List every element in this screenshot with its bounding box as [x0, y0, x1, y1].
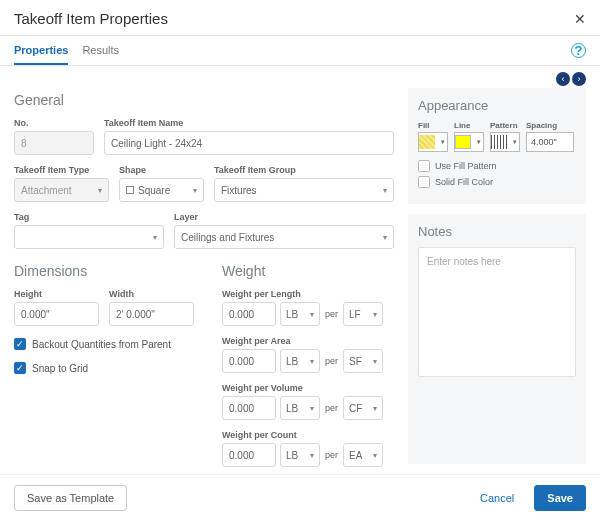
chevron-down-icon: ▾: [373, 310, 377, 319]
shape-select[interactable]: Square▾: [119, 178, 204, 202]
group-label: Takeoff Item Group: [214, 165, 394, 175]
prev-button[interactable]: ‹: [556, 72, 570, 86]
next-button[interactable]: ›: [572, 72, 586, 86]
wpc-unit[interactable]: LB▾: [280, 443, 320, 467]
snap-checkbox[interactable]: ✓ Snap to Grid: [14, 362, 194, 374]
right-column: Appearance Fill ▾ Line ▾ Pattern ▾: [408, 88, 586, 464]
tab-results[interactable]: Results: [82, 36, 119, 65]
chevron-down-icon: ▾: [513, 138, 517, 146]
name-label: Takeoff Item Name: [104, 118, 394, 128]
tabs: Properties Results: [14, 36, 119, 65]
cancel-button[interactable]: Cancel: [468, 485, 526, 511]
wpa-by[interactable]: SF▾: [343, 349, 383, 373]
backout-checkbox[interactable]: ✓ Backout Quantities from Parent: [14, 338, 194, 350]
wpa-value[interactable]: [222, 349, 276, 373]
check-icon: ✓: [14, 338, 26, 350]
fill-swatch[interactable]: ▾: [418, 132, 448, 152]
chevron-down-icon: ▾: [153, 233, 157, 242]
dialog: Takeoff Item Properties ✕ Properties Res…: [0, 0, 600, 523]
dialog-title: Takeoff Item Properties: [14, 10, 168, 27]
width-field[interactable]: [109, 302, 194, 326]
use-fill-pattern-checkbox[interactable]: Use Fill Pattern: [418, 160, 576, 172]
notes-heading: Notes: [418, 224, 576, 239]
wpl-value[interactable]: [222, 302, 276, 326]
no-label: No.: [14, 118, 94, 128]
appearance-heading: Appearance: [418, 98, 576, 113]
dimensions-heading: Dimensions: [14, 263, 194, 279]
width-label: Width: [109, 289, 194, 299]
wpl-by[interactable]: LF▾: [343, 302, 383, 326]
save-button[interactable]: Save: [534, 485, 586, 511]
wpl-label: Weight per Length: [222, 289, 383, 299]
group-select[interactable]: Fixtures▾: [214, 178, 394, 202]
type-label: Takeoff Item Type: [14, 165, 109, 175]
close-icon[interactable]: ✕: [574, 11, 586, 27]
wpc-label: Weight per Count: [222, 430, 383, 440]
nav-arrows: ‹ ›: [0, 66, 600, 88]
wpc-value[interactable]: [222, 443, 276, 467]
left-column: General No. 8 Takeoff Item Name Takeoff …: [14, 88, 394, 464]
shape-label: Shape: [119, 165, 204, 175]
notes-panel: Notes Enter notes here: [408, 214, 586, 464]
general-heading: General: [14, 92, 394, 108]
spacing-field[interactable]: 4.000": [526, 132, 574, 152]
chevron-down-icon: ▾: [310, 310, 314, 319]
layer-select[interactable]: Ceilings and Fixtures▾: [174, 225, 394, 249]
wpc-by[interactable]: EA▾: [343, 443, 383, 467]
tag-select[interactable]: ▾: [14, 225, 164, 249]
chevron-down-icon: ▾: [373, 404, 377, 413]
wpv-label: Weight per Volume: [222, 383, 383, 393]
wpa-label: Weight per Area: [222, 336, 383, 346]
checkbox-icon: [418, 176, 430, 188]
help-icon[interactable]: ?: [571, 43, 586, 58]
height-label: Height: [14, 289, 99, 299]
chevron-down-icon: ▾: [383, 186, 387, 195]
wpv-unit[interactable]: LB▾: [280, 396, 320, 420]
chevron-down-icon: ▾: [373, 451, 377, 460]
tag-label: Tag: [14, 212, 164, 222]
tabs-row: Properties Results ?: [0, 36, 600, 66]
titlebar: Takeoff Item Properties ✕: [0, 0, 600, 35]
appearance-panel: Appearance Fill ▾ Line ▾ Pattern ▾: [408, 88, 586, 204]
layer-label: Layer: [174, 212, 394, 222]
checkbox-icon: [418, 160, 430, 172]
wpl-unit[interactable]: LB▾: [280, 302, 320, 326]
height-field[interactable]: [14, 302, 99, 326]
line-swatch[interactable]: ▾: [454, 132, 484, 152]
chevron-down-icon: ▾: [193, 186, 197, 195]
chevron-down-icon: ▾: [310, 404, 314, 413]
body: General No. 8 Takeoff Item Name Takeoff …: [0, 88, 600, 474]
chevron-down-icon: ▾: [98, 186, 102, 195]
tab-properties[interactable]: Properties: [14, 36, 68, 65]
footer: Save as Template Cancel Save: [0, 474, 600, 523]
pattern-swatch[interactable]: ▾: [490, 132, 520, 152]
wpv-by[interactable]: CF▾: [343, 396, 383, 420]
weight-heading: Weight: [222, 263, 383, 279]
chevron-down-icon: ▾: [310, 451, 314, 460]
name-field[interactable]: [104, 131, 394, 155]
wpv-value[interactable]: [222, 396, 276, 420]
no-field: 8: [14, 131, 94, 155]
chevron-down-icon: ▾: [383, 233, 387, 242]
type-select: Attachment▾: [14, 178, 109, 202]
chevron-down-icon: ▾: [310, 357, 314, 366]
wpa-unit[interactable]: LB▾: [280, 349, 320, 373]
chevron-down-icon: ▾: [477, 138, 481, 146]
chevron-down-icon: ▾: [373, 357, 377, 366]
save-template-button[interactable]: Save as Template: [14, 485, 127, 511]
square-icon: [126, 186, 134, 194]
notes-textarea[interactable]: Enter notes here: [418, 247, 576, 377]
solid-fill-color-checkbox[interactable]: Solid Fill Color: [418, 176, 576, 188]
chevron-down-icon: ▾: [441, 138, 445, 146]
check-icon: ✓: [14, 362, 26, 374]
